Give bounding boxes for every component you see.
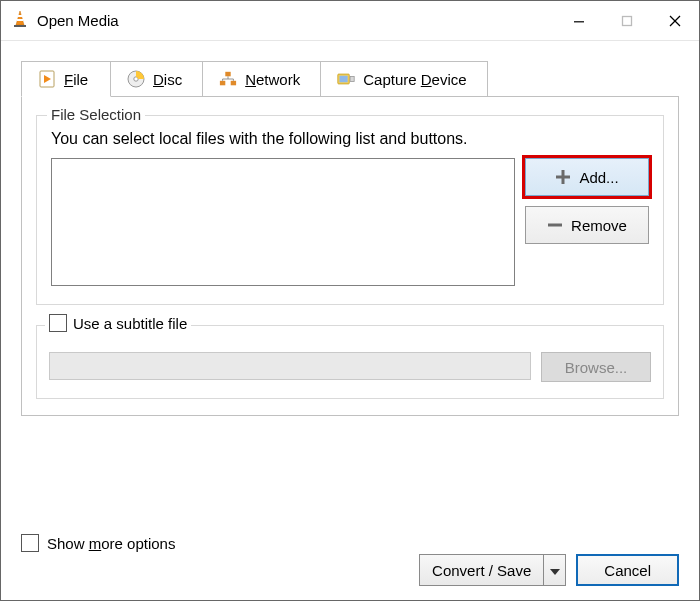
subtitle-header: Use a subtitle file [45,314,191,332]
file-select-row: Add... Remove [51,158,649,286]
svg-rect-21 [350,77,354,82]
subtitle-body: Browse... [49,352,651,382]
file-selection-help: You can select local files with the foll… [51,130,649,148]
window-title: Open Media [37,12,119,29]
dialog-footer: Show more options Convert / Save Cancel [21,534,679,586]
svg-marker-25 [550,569,560,575]
svg-rect-20 [340,76,348,83]
convert-save-split-button: Convert / Save [419,554,566,586]
tab-network[interactable]: Network [202,61,321,97]
subtitle-path-input [49,352,531,380]
close-button[interactable] [651,1,699,40]
svg-rect-1 [18,15,23,17]
network-icon [219,70,237,88]
source-tabs: File Disc [21,61,679,97]
file-listbox[interactable] [51,158,515,286]
svg-rect-12 [225,72,230,77]
tab-capture-device[interactable]: Capture Device [320,61,487,97]
subtitle-checkbox[interactable] [49,314,67,332]
open-media-window: Open Media Fil [0,0,700,601]
footer-buttons: Convert / Save Cancel [419,554,679,586]
cancel-label: Cancel [604,562,651,579]
svg-rect-4 [574,21,584,23]
minimize-button[interactable] [555,1,603,40]
titlebar: Open Media [1,1,699,41]
file-side-buttons: Add... Remove [525,158,649,244]
show-more-label: Show more options [47,535,175,552]
file-selection-group: File Selection You can select local file… [36,115,664,305]
show-more-checkbox[interactable] [21,534,39,552]
subtitle-group: Use a subtitle file Browse... [36,325,664,399]
window-controls [555,1,699,40]
dialog-body: File Disc [1,41,699,416]
remove-button-label: Remove [571,217,627,234]
plus-icon [555,169,571,185]
subtitle-checkbox-label: Use a subtitle file [73,315,187,332]
titlebar-left: Open Media [11,10,119,31]
browse-subtitle-button: Browse... [541,352,651,382]
file-selection-label: File Selection [47,106,145,123]
tab-label: Capture Device [363,71,466,88]
cancel-button[interactable]: Cancel [576,554,679,586]
svg-rect-2 [17,19,23,21]
svg-rect-5 [623,16,632,25]
add-button-label: Add... [579,169,618,186]
capture-device-icon [337,70,355,88]
remove-button[interactable]: Remove [525,206,649,244]
tab-file[interactable]: File [21,61,111,97]
show-more-options[interactable]: Show more options [21,534,175,552]
svg-rect-13 [220,81,225,86]
chevron-down-icon [550,562,560,578]
tab-label: Disc [153,71,182,88]
convert-save-label: Convert / Save [432,562,531,579]
maximize-button[interactable] [603,1,651,40]
vlc-cone-icon [11,10,29,31]
svg-rect-14 [231,81,236,86]
tab-panel-file: File Selection You can select local file… [21,96,679,416]
tab-label: File [64,71,88,88]
convert-save-button[interactable]: Convert / Save [419,554,544,586]
convert-save-dropdown[interactable] [544,554,566,586]
disc-icon [127,70,145,88]
tab-disc[interactable]: Disc [110,61,203,97]
svg-marker-0 [16,11,24,25]
add-button[interactable]: Add... [525,158,649,196]
svg-rect-3 [14,25,26,27]
browse-label: Browse... [565,359,628,376]
file-play-icon [38,70,56,88]
svg-rect-23 [556,176,570,179]
tab-label: Network [245,71,300,88]
svg-rect-24 [548,224,562,227]
minus-icon [547,217,563,233]
